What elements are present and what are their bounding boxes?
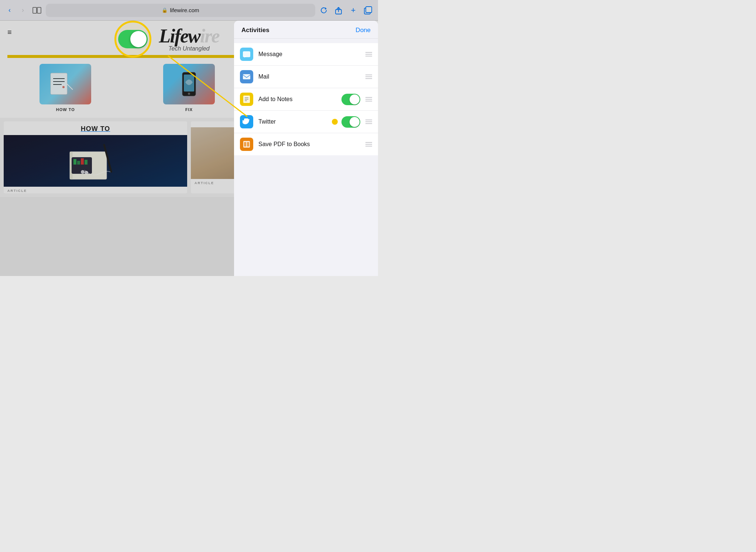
big-toggle [118,30,148,48]
panel-item-twitter[interactable]: Twitter [234,111,378,133]
panel-title: Activities [241,27,269,34]
twitter-icon [240,115,253,128]
notes-toggle[interactable] [341,94,360,105]
notes-label: Add to Notes [258,96,336,103]
svg-rect-56 [247,142,249,146]
panel-item-books[interactable]: Save PDF to Books [234,133,378,155]
panel-item-notes[interactable]: Add to Notes [234,88,378,111]
svg-rect-55 [244,142,246,146]
panel-header: Activities Done [234,21,378,39]
big-toggle-thumb [130,31,147,47]
books-drag[interactable] [365,140,372,149]
done-button[interactable]: Done [355,27,371,34]
mail-drag[interactable] [365,73,372,81]
svg-rect-36 [243,51,250,57]
books-icon [240,138,253,151]
twitter-label: Twitter [258,118,336,125]
svg-rect-40 [243,74,250,79]
notes-drag[interactable] [365,95,372,104]
message-icon [240,48,253,61]
message-drag[interactable] [365,50,372,59]
notes-icon [240,93,253,106]
yellow-dot [332,119,338,125]
notes-toggle-thumb [350,94,360,104]
mail-icon [240,70,253,83]
panel-list: Message Mail [234,43,378,155]
mail-label: Mail [258,73,360,80]
message-label: Message [258,51,360,58]
panel-item-message[interactable]: Message [234,43,378,66]
twitter-toggle[interactable] [341,116,360,128]
books-label: Save PDF to Books [258,141,360,148]
twitter-toggle-thumb [350,117,360,127]
panel-spacer [234,155,378,229]
activities-panel: Activities Done Message [234,21,378,276]
annotation-circle [114,21,151,58]
panel-item-mail[interactable]: Mail [234,66,378,88]
twitter-drag[interactable] [365,118,372,126]
